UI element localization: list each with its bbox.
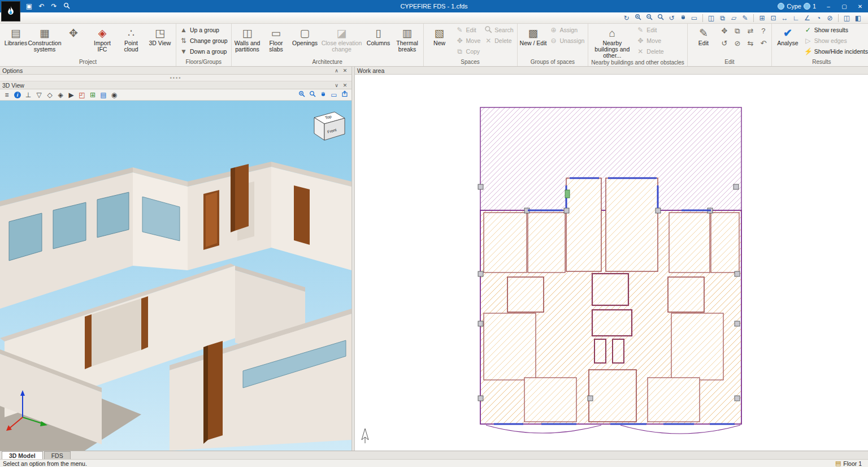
tab-fds[interactable]: FDS [44, 451, 71, 459]
work-area[interactable] [355, 75, 868, 451]
rotate-button[interactable]: ↺ [718, 37, 731, 49]
frame-button[interactable]: ▭ [689, 13, 700, 23]
shield-button[interactable]: ▽ [34, 90, 44, 100]
orbit-button[interactable]: ↺ [666, 13, 677, 23]
model-view-button[interactable]: ◧ [853, 13, 863, 23]
move-arrows-icon: ✥ [69, 26, 78, 40]
new-button[interactable]: ▧New [426, 25, 454, 57]
options-splitter-handle[interactable]: •••• [0, 75, 351, 81]
analysis-grid-button[interactable]: ⊞ [88, 90, 98, 100]
new-label: New [433, 40, 445, 46]
orbit-icon: ↺ [669, 14, 674, 22]
ribbon: ▤Libraries▦Construction systems✥◈Import … [0, 24, 868, 67]
save-button[interactable]: ▣ [24, 2, 34, 11]
win-cascade-button[interactable]: ⧉ [717, 13, 728, 23]
minimize-button[interactable]: – [821, 0, 836, 12]
views-button[interactable]: ◇ [45, 90, 55, 100]
move-button[interactable]: ✥ [718, 25, 731, 37]
view-3d-icon: ◳ [155, 26, 165, 40]
undo-button[interactable]: ↶ [36, 2, 47, 11]
markup-button[interactable]: ✎ [740, 13, 750, 23]
zoom-extents-button[interactable] [655, 13, 666, 23]
redo-button[interactable]: ↷ [49, 2, 59, 11]
point-cloud-button[interactable]: ∴Point cloud [117, 25, 145, 57]
floor-selector[interactable]: ▤ Floor 1 [832, 460, 865, 467]
angle-button[interactable]: ∠ [802, 13, 813, 23]
context-help-button[interactable]: ? [757, 25, 770, 37]
3d-view-button[interactable]: ◳3D View [146, 25, 174, 57]
copy-button[interactable]: ⧉ [731, 25, 744, 37]
grid-button[interactable]: ⊞ [757, 13, 767, 23]
up-a-group-button[interactable]: ▲Up a group [178, 25, 229, 35]
tab-3d-model[interactable]: 3D Model [2, 451, 43, 459]
erase-button[interactable]: ⊘ [731, 37, 744, 49]
textures-button[interactable]: ◈ [55, 90, 66, 100]
undo-edit-button[interactable]: ↶ [757, 37, 770, 49]
info-button[interactable]: i [12, 90, 23, 100]
walls-and-partitions-button[interactable]: ◫Walls and partitions [233, 25, 262, 57]
thermal-breaks-button[interactable]: ▥Thermal breaks [393, 25, 422, 57]
move-icon: ✥ [636, 37, 644, 45]
visibility-button[interactable]: ◉ [109, 90, 119, 100]
layers-button[interactable]: ▤ [98, 90, 108, 100]
zoom-out-button[interactable] [644, 13, 654, 23]
mirror-copy-button[interactable]: ⇄ [744, 25, 757, 37]
edit-button[interactable]: ✎Edit [689, 25, 718, 57]
options-collapse-icon[interactable]: ∧ [332, 68, 341, 73]
sections-button[interactable]: ◰ [77, 90, 87, 100]
erase-button[interactable]: ⊘ [824, 13, 835, 23]
grid-snap-button[interactable]: ⊡ [768, 13, 779, 23]
compass-button[interactable]: ◔ [813, 13, 824, 23]
columns-button[interactable]: ▯Columns [364, 25, 393, 57]
edit-button: ✎Edit [635, 25, 665, 35]
win-tile-button[interactable]: ◫ [706, 13, 717, 23]
nearby-buildings-and-other-button[interactable]: ⌂Nearby buildings and other... [590, 25, 634, 59]
refresh-button[interactable]: ↻ [621, 13, 632, 23]
export-button[interactable] [340, 90, 350, 100]
3d-viewport[interactable]: Top Front [0, 101, 351, 451]
show-hide-incidents-button[interactable]: ⚡Show/Hide incidents [802, 46, 868, 57]
zoom-extents-button[interactable] [307, 90, 318, 100]
mirror-move-button[interactable]: ⇆ [744, 37, 757, 49]
pan-button[interactable] [678, 13, 688, 23]
openings-button[interactable]: ▢Openings [291, 25, 319, 57]
3d-view-close-icon[interactable]: ✕ [341, 83, 349, 88]
analyse-button[interactable]: ✔Analyse [774, 25, 802, 57]
app-flame-icon[interactable] [1, 1, 20, 21]
ribbon-group-groups-of-spaces: ▩New / Edit⊕Assign⊖UnassignGroups of spa… [518, 24, 589, 66]
show-results-button[interactable]: ✓Show results [802, 25, 868, 35]
frame-button[interactable]: ▭ [329, 90, 339, 100]
search-button[interactable] [61, 2, 72, 11]
change-group-icon: ⇅ [180, 37, 188, 45]
move-arrows-button[interactable]: ✥ [59, 25, 88, 57]
libraries-button[interactable]: ▤Libraries [2, 25, 30, 57]
panes-button[interactable]: ◫ [841, 13, 852, 23]
dimension-button[interactable]: ↔ [779, 13, 790, 23]
import-ifc-label: Import IFC [89, 40, 116, 53]
options-close-icon[interactable]: ✕ [341, 68, 349, 73]
plumb-button[interactable]: ⊥ [23, 90, 33, 100]
zoom-window-button[interactable] [632, 13, 643, 23]
edit-icon: ✎ [456, 26, 464, 34]
zoom-window-button[interactable] [297, 90, 307, 100]
scene-tree-button[interactable]: ≡ [2, 90, 12, 100]
orbit-cube-button[interactable]: ▶ [66, 90, 76, 100]
import-ifc-icon: ◈ [98, 26, 107, 40]
ortho-button[interactable]: ∟ [791, 13, 801, 23]
ribbon-group-label-groups-of-spaces: Groups of spaces [519, 58, 587, 66]
new-edit-button[interactable]: ▩New / Edit [519, 25, 548, 57]
construction-systems-button[interactable]: ▦Construction systems [31, 25, 59, 57]
new-edit-label: New / Edit [520, 40, 547, 46]
down-a-group-button[interactable]: ▼Down a group [178, 46, 229, 57]
maximize-button[interactable]: ▢ [836, 0, 852, 12]
3d-view-expand-icon[interactable]: ∨ [332, 83, 341, 88]
close-button[interactable]: ✕ [852, 0, 868, 12]
work-area-title: Work area [357, 67, 384, 74]
floor-slabs-button[interactable]: ▭Floor slabs [262, 25, 290, 57]
pan-button[interactable] [318, 90, 328, 100]
openings-icon: ▢ [300, 26, 310, 40]
import-ifc-button[interactable]: ◈Import IFC [88, 25, 116, 57]
save-icon: ▣ [26, 2, 32, 10]
ruler-button[interactable]: ▱ [728, 13, 739, 23]
change-group-button[interactable]: ⇅Change group [178, 36, 229, 46]
